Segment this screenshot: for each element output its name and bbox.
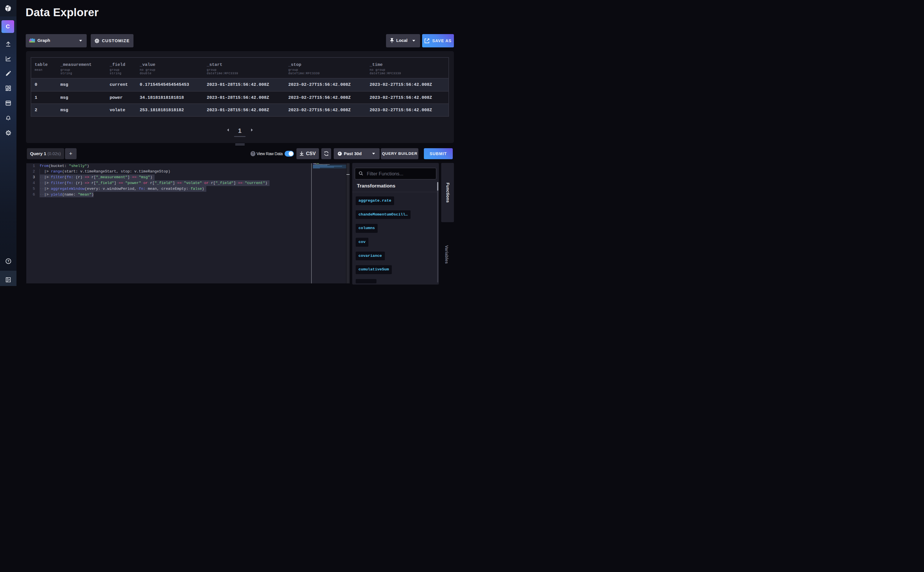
svg-text:?: ? [7,260,9,263]
